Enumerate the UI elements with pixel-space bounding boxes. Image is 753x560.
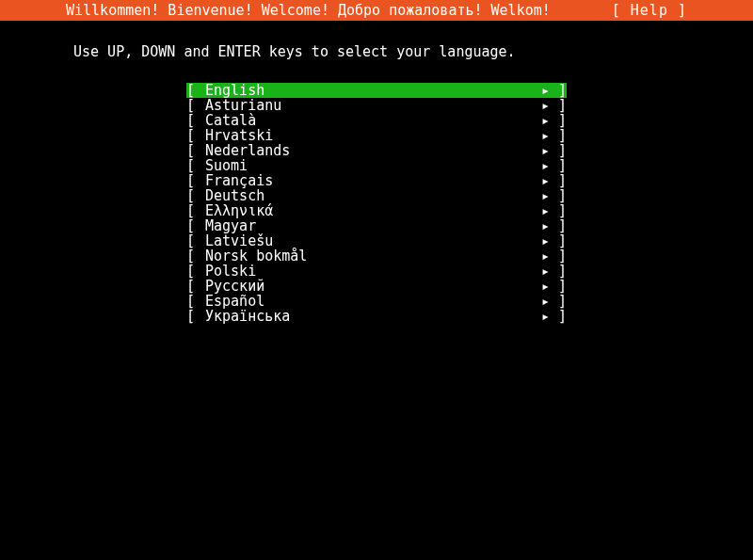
language-label: Polski	[205, 264, 538, 279]
language-label: Ελληνικά	[205, 203, 538, 218]
submenu-arrow-icon: ▸ ]	[538, 98, 567, 113]
submenu-arrow-icon: ▸ ]	[538, 188, 567, 203]
language-label: English	[205, 83, 538, 98]
header-title: Willkommen! Bienvenue! Welcome! Добро по…	[9, 0, 551, 21]
left-bracket: [	[186, 203, 205, 218]
left-bracket: [	[186, 113, 205, 128]
language-option[interactable]: [ Hrvatski▸ ]	[186, 128, 567, 143]
submenu-arrow-icon: ▸ ]	[538, 294, 567, 309]
language-option[interactable]: [ Norsk bokmål▸ ]	[186, 248, 567, 264]
language-option[interactable]: [ Русский▸ ]	[186, 279, 567, 294]
language-option[interactable]: [ Asturianu▸ ]	[186, 98, 567, 113]
submenu-arrow-icon: ▸ ]	[538, 128, 567, 143]
submenu-arrow-icon: ▸ ]	[538, 264, 567, 279]
language-option[interactable]: [ Українська▸ ]	[186, 309, 567, 324]
language-option[interactable]: [ English▸ ]	[186, 83, 567, 98]
submenu-arrow-icon: ▸ ]	[538, 203, 567, 218]
instruction-text: Use UP, DOWN and ENTER keys to select yo…	[73, 43, 753, 60]
language-option[interactable]: [ Suomi▸ ]	[186, 158, 567, 173]
language-option[interactable]: [ Deutsch▸ ]	[186, 188, 567, 203]
submenu-arrow-icon: ▸ ]	[538, 113, 567, 128]
submenu-arrow-icon: ▸ ]	[538, 158, 567, 173]
language-label: Español	[205, 294, 538, 309]
language-label: Latviešu	[205, 233, 538, 248]
left-bracket: [	[186, 279, 205, 294]
language-option[interactable]: [ Català▸ ]	[186, 113, 567, 128]
left-bracket: [	[186, 83, 205, 98]
language-option[interactable]: [ Polski▸ ]	[186, 264, 567, 279]
language-option[interactable]: [ Français▸ ]	[186, 173, 567, 188]
language-label: Magyar	[205, 218, 538, 233]
language-list[interactable]: [ English▸ ][ Asturianu▸ ][ Català▸ ][ H…	[186, 83, 567, 324]
help-button[interactable]: [ Help ]	[612, 0, 744, 21]
left-bracket: [	[186, 233, 205, 248]
language-label: Українська	[205, 309, 538, 324]
language-option[interactable]: [ Ελληνικά▸ ]	[186, 203, 567, 218]
language-label: Català	[205, 113, 538, 128]
language-option[interactable]: [ Nederlands▸ ]	[186, 143, 567, 158]
left-bracket: [	[186, 98, 205, 113]
submenu-arrow-icon: ▸ ]	[538, 218, 567, 233]
left-bracket: [	[186, 188, 205, 203]
language-label: Deutsch	[205, 188, 538, 203]
language-label: Nederlands	[205, 143, 538, 158]
language-label: Norsk bokmål	[205, 248, 538, 264]
language-option[interactable]: [ Latviešu▸ ]	[186, 233, 567, 248]
left-bracket: [	[186, 309, 205, 324]
submenu-arrow-icon: ▸ ]	[538, 279, 567, 294]
submenu-arrow-icon: ▸ ]	[538, 83, 567, 98]
left-bracket: [	[186, 173, 205, 188]
left-bracket: [	[186, 143, 205, 158]
language-option[interactable]: [ Español▸ ]	[186, 294, 567, 309]
left-bracket: [	[186, 218, 205, 233]
language-option[interactable]: [ Magyar▸ ]	[186, 218, 567, 233]
language-label: Hrvatski	[205, 128, 538, 143]
submenu-arrow-icon: ▸ ]	[538, 143, 567, 158]
installer-header-bar: Willkommen! Bienvenue! Welcome! Добро по…	[0, 0, 753, 21]
submenu-arrow-icon: ▸ ]	[538, 173, 567, 188]
left-bracket: [	[186, 128, 205, 143]
left-bracket: [	[186, 264, 205, 279]
submenu-arrow-icon: ▸ ]	[538, 233, 567, 248]
left-bracket: [	[186, 158, 205, 173]
submenu-arrow-icon: ▸ ]	[538, 248, 567, 264]
submenu-arrow-icon: ▸ ]	[538, 309, 567, 324]
language-label: Suomi	[205, 158, 538, 173]
left-bracket: [	[186, 294, 205, 309]
left-bracket: [	[186, 248, 205, 264]
language-label: Русский	[205, 279, 538, 294]
language-label: Français	[205, 173, 538, 188]
language-label: Asturianu	[205, 98, 538, 113]
